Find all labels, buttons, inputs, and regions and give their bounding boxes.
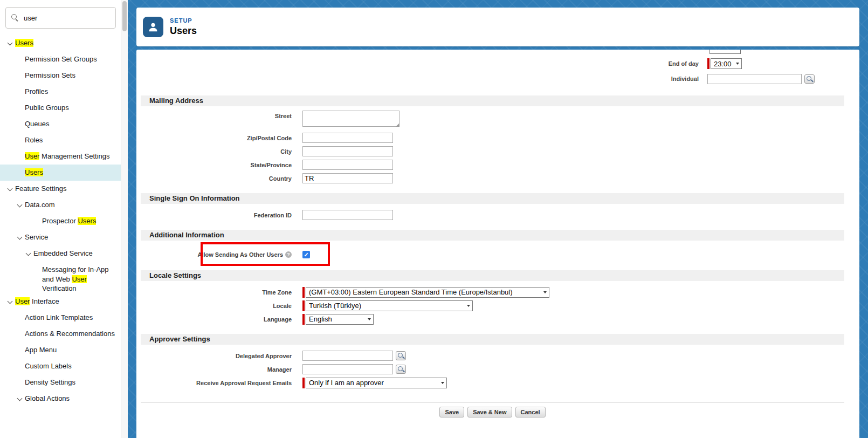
search-highlight: User (25, 152, 39, 160)
locale-select[interactable]: Turkish (Türkiye) (306, 300, 473, 311)
sidebar-item-actions-recommendations[interactable]: Actions & Recommendations (0, 326, 128, 342)
receive-approval-request-emails-select[interactable]: Only if I am an approver (306, 378, 447, 388)
sidebar-item-permission-sets[interactable]: Permission Sets (0, 67, 128, 84)
sidebar-item-permission-set-groups[interactable]: Permission Set Groups (0, 51, 128, 67)
allow-sending-as-other-users-checkbox[interactable]: ✓ (302, 251, 310, 258)
select-value: 23:00 (714, 60, 732, 68)
sidebar-item-user-management-settings[interactable]: User Management Settings (0, 148, 128, 165)
sidebar-item-label: Density Settings (25, 378, 75, 387)
sidebar-item-label: User Interface (15, 297, 59, 306)
section-title: Locale Settings (141, 270, 844, 281)
select-value: English (309, 315, 332, 323)
individual-input[interactable] (707, 74, 802, 84)
form-row-locale: LocaleTurkish (Türkiye) (136, 299, 859, 312)
sidebar-item-users[interactable]: Users (0, 35, 128, 51)
end-of-day-select[interactable]: 23:00 (711, 58, 742, 69)
chevron-down-icon[interactable] (4, 184, 15, 190)
time-zone-select[interactable]: (GMT+03:00) Eastern European Standard Ti… (306, 287, 549, 298)
chevron-down-icon[interactable] (14, 200, 25, 207)
required-indicator (302, 314, 305, 325)
field-label: Manager (141, 366, 292, 373)
setup-main: SETUP Users End of day23:00Individual Ma… (128, 0, 868, 438)
sidebar-item-label: Queues (25, 119, 50, 129)
sidebar-item-label: Profiles (25, 87, 48, 97)
required-indicator (302, 300, 305, 311)
section-single-sign-on-information: Single Sign On InformationFederation ID (136, 193, 859, 222)
sidebar-item-label: Actions & Recommendations (25, 329, 115, 339)
field-label: Zip/Postal Code (141, 135, 292, 141)
sidebar-item-custom-labels[interactable]: Custom Labels (0, 358, 128, 374)
sidebar-item-prospector-users[interactable]: Prospector Users (0, 213, 128, 229)
sidebar-item-label: Action Link Templates (25, 313, 93, 323)
dropdown-arrow-icon (467, 305, 470, 307)
country-input[interactable] (302, 173, 393, 183)
cutoff-field (709, 50, 741, 54)
lookup-icon[interactable] (804, 74, 815, 84)
sidebar-item-action-link-templates[interactable]: Action Link Templates (0, 310, 128, 326)
manager-input[interactable] (302, 364, 393, 374)
sidebar-scrollbar[interactable] (121, 0, 128, 438)
resize-handle-icon (396, 123, 399, 127)
form-row-receive-approval-request-emails: Receive Approval Request EmailsOnly if I… (136, 376, 859, 389)
setup-eyebrow: SETUP (170, 17, 197, 24)
form-row-manager: Manager (136, 362, 859, 376)
section-additional-information: Additional InformationAllow Sending As O… (136, 230, 859, 262)
sidebar-item-app-menu[interactable]: App Menu (0, 342, 128, 358)
sidebar-item-label: Prospector Users (42, 216, 96, 226)
sidebar-item-public-groups[interactable]: Public Groups (0, 100, 128, 116)
section-title: Mailing Address (141, 95, 844, 106)
sidebar-item-label: Global Actions (25, 394, 70, 403)
sidebar-item-user-interface[interactable]: User Interface (0, 293, 128, 310)
setup-tree: UsersPermission Set GroupsPermission Set… (0, 35, 128, 412)
sidebar-item-global-actions[interactable]: Global Actions (0, 391, 128, 407)
chevron-down-icon[interactable] (14, 232, 25, 239)
street-textarea[interactable] (302, 111, 399, 127)
required-indicator (707, 58, 709, 69)
sidebar-item-density-settings[interactable]: Density Settings (0, 374, 128, 391)
chevron-down-icon[interactable] (23, 249, 33, 255)
field-label: Federation ID (141, 212, 292, 218)
salesforce-setup-app: UsersPermission Set GroupsPermission Set… (0, 0, 868, 438)
help-icon[interactable]: ? (285, 251, 292, 258)
city-input[interactable] (302, 146, 393, 156)
language-select[interactable]: English (306, 314, 374, 325)
federation-id-input[interactable] (302, 210, 393, 220)
form-row-country: Country (136, 172, 859, 185)
sidebar-item-service[interactable]: Service (0, 229, 128, 245)
chevron-down-icon[interactable] (14, 394, 25, 400)
sidebar-item-embedded-service[interactable]: Embedded Service (0, 245, 128, 262)
sidebar-item-label: Data.com (25, 200, 55, 210)
select-value: (GMT+03:00) Eastern European Standard Ti… (309, 288, 513, 296)
state-province-input[interactable] (302, 160, 393, 170)
chevron-down-icon[interactable] (4, 38, 15, 45)
sidebar-item-data-com[interactable]: Data.com (0, 197, 128, 213)
zip-postal-code-input[interactable] (302, 133, 393, 143)
section-title: Single Sign On Information (141, 193, 844, 204)
lookup-icon[interactable] (396, 351, 406, 360)
users-setup-icon (143, 17, 163, 37)
scrollbar-thumb[interactable] (122, 1, 127, 31)
field-label: Time Zone (141, 289, 292, 296)
lookup-icon[interactable] (396, 365, 406, 374)
save-new-button[interactable]: Save & New (467, 407, 512, 418)
form-body: Mailing AddressStreetZip/Postal CodeCity… (136, 50, 859, 389)
delegated-approver-input[interactable] (302, 351, 393, 361)
sidebar-item-label: Users (15, 38, 33, 48)
sidebar-item-profiles[interactable]: Profiles (0, 84, 128, 100)
quick-find-box[interactable] (5, 7, 116, 29)
sidebar-item-roles[interactable]: Roles (0, 132, 128, 148)
top-field-individual: Individual (531, 72, 822, 85)
sidebar-item-queues[interactable]: Queues (0, 116, 128, 132)
dropdown-arrow-icon (441, 382, 444, 384)
sidebar-item-users[interactable]: Users (0, 165, 128, 181)
sidebar-item-label: Embedded Service (33, 249, 93, 258)
sidebar-item-messaging-for-in-app-and-web-user-verification[interactable]: Messaging for In-App and Web User Verifi… (0, 262, 128, 293)
dropdown-arrow-icon (736, 63, 739, 65)
search-input[interactable] (24, 14, 110, 22)
sidebar-item-feature-settings[interactable]: Feature Settings (0, 181, 128, 197)
chevron-down-icon[interactable] (4, 297, 15, 303)
search-highlight: Users (78, 217, 96, 225)
save-button[interactable]: Save (439, 407, 464, 418)
cancel-button[interactable]: Cancel (515, 407, 546, 418)
search-icon (11, 14, 19, 22)
